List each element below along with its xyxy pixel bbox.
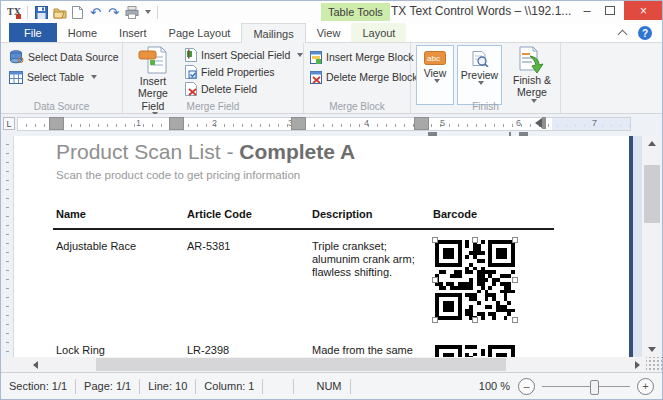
selection-handle[interactable]: [512, 317, 518, 323]
selection-handle[interactable]: [512, 237, 518, 243]
tab-stop-selector[interactable]: L: [3, 117, 15, 130]
group-label-data-source: Data Source: [1, 101, 122, 112]
select-table-button[interactable]: Select Table: [9, 69, 97, 85]
cell-article-code: LR-2398: [187, 344, 229, 356]
database-icon: [9, 50, 24, 64]
tab-layout[interactable]: Layout: [351, 23, 406, 42]
scroll-up-button[interactable]: [642, 136, 662, 151]
delete-merge-block-button[interactable]: Delete Merge Block: [310, 69, 418, 85]
preview-label: Preview: [461, 69, 498, 81]
close-button[interactable]: ×: [624, 1, 663, 20]
scroll-right-button[interactable]: [630, 357, 644, 372]
status-line: Line: 10: [148, 380, 187, 392]
selection-handle[interactable]: [472, 237, 478, 243]
dropdown-caret-icon: [478, 81, 484, 85]
zoom-slider-thumb[interactable]: [590, 380, 599, 395]
select-data-source-label: Select Data Source: [28, 51, 118, 63]
view-abc-icon: abc: [424, 51, 446, 65]
finish-merge-button[interactable]: Finish & Merge: [507, 46, 557, 103]
divider: [157, 6, 158, 19]
maximize-button[interactable]: [600, 1, 620, 20]
open-button[interactable]: [52, 5, 67, 20]
qat-customize-caret-icon[interactable]: [145, 10, 151, 14]
tab-home[interactable]: Home: [57, 23, 108, 42]
view-button[interactable]: abc View: [416, 45, 454, 105]
resize-grip[interactable]: [646, 357, 663, 372]
cell-description: Made from the same: [312, 344, 437, 357]
redo-button[interactable]: ↷: [106, 5, 121, 20]
zoom-in-button[interactable]: +: [637, 378, 654, 395]
ruler-column-marker[interactable]: [291, 117, 306, 130]
barcode-qr-code[interactable]: [435, 240, 515, 320]
selection-handle[interactable]: [512, 277, 518, 283]
heading-prefix: Product Scan List -: [56, 140, 239, 163]
arrow-down-icon: [648, 347, 656, 352]
zoom-level-label: 100 %: [479, 380, 510, 392]
tab-page-layout[interactable]: Page Layout: [158, 23, 242, 42]
view-label: View: [424, 67, 447, 79]
barcode-qr-code[interactable]: [435, 345, 515, 357]
group-merge-field: Insert Merge Field Insert Special Field …: [123, 43, 304, 113]
vertical-scrollbar[interactable]: [642, 136, 662, 357]
divider: [293, 379, 294, 394]
scroll-down-button[interactable]: [642, 342, 662, 357]
preview-icon: [471, 51, 489, 67]
special-field-icon: [185, 48, 197, 62]
ruler-column-marker[interactable]: [414, 117, 429, 130]
dropdown-caret-icon: [91, 75, 97, 79]
scroll-left-button[interactable]: [28, 357, 42, 372]
zoom-out-button[interactable]: –: [518, 378, 535, 395]
right-indent-marker[interactable]: [535, 118, 542, 128]
zoom-slider[interactable]: [542, 379, 630, 394]
print-button[interactable]: [124, 5, 139, 20]
right-margin-marker[interactable]: [542, 117, 546, 129]
new-document-button[interactable]: [70, 5, 85, 20]
ruler-column-marker[interactable]: [49, 117, 64, 130]
column-header-name: Name: [56, 208, 86, 220]
group-label-finish: Finish: [411, 101, 560, 112]
divider: [262, 379, 263, 394]
tab-file[interactable]: File: [9, 23, 57, 42]
column-header-article-code: Article Code: [187, 208, 252, 220]
ruler-column-marker[interactable]: [169, 117, 184, 130]
horizontal-scrollbar-thumb[interactable]: [96, 358, 506, 371]
selection-handle[interactable]: [472, 317, 478, 323]
dropdown-caret-icon: [434, 79, 440, 83]
vertical-ruler[interactable]: [1, 136, 14, 357]
status-num-lock: NUM: [316, 380, 341, 392]
status-page: Page: 1/1: [84, 380, 131, 392]
undo-button[interactable]: ↶: [88, 5, 103, 20]
table-header-rule: [53, 228, 554, 230]
divider: [75, 379, 76, 394]
status-column: Column: 1: [204, 380, 254, 392]
dropdown-caret-icon: [297, 53, 303, 57]
quick-access-toolbar: TX ↶ ↷: [6, 5, 161, 20]
insert-special-field-button[interactable]: Insert Special Field: [185, 47, 303, 63]
selection-handle[interactable]: [432, 317, 438, 323]
collapse-ribbon-icon[interactable]: [618, 30, 628, 40]
merge-block-icon: [310, 51, 322, 64]
insert-special-field-label: Insert Special Field: [201, 49, 290, 61]
divider: [350, 379, 351, 394]
document-page[interactable]: Product Scan List - Complete A Scan the …: [15, 136, 629, 357]
selection-handle[interactable]: [432, 277, 438, 283]
tab-view[interactable]: View: [306, 23, 352, 42]
select-data-source-button[interactable]: Select Data Source: [9, 49, 118, 65]
page-gutter: [633, 136, 642, 357]
preview-button[interactable]: Preview: [457, 45, 502, 105]
horizontal-scrollbar[interactable]: [1, 357, 663, 372]
delete-field-icon: [185, 82, 197, 96]
delete-field-button[interactable]: Delete Field: [185, 81, 257, 97]
help-button[interactable]: ?: [638, 26, 652, 40]
save-button[interactable]: [34, 5, 49, 20]
tab-mailings[interactable]: Mailings: [241, 23, 305, 43]
tab-insert[interactable]: Insert: [108, 23, 158, 42]
field-properties-button[interactable]: Field Properties: [185, 64, 275, 80]
insert-merge-block-button[interactable]: Insert Merge Block: [310, 49, 427, 65]
minimize-button[interactable]: –: [577, 1, 597, 20]
ruler-margin-zone: [552, 118, 630, 130]
selection-handle[interactable]: [432, 237, 438, 243]
vertical-scrollbar-thumb[interactable]: [644, 165, 660, 223]
ruler-number: 6: [516, 118, 521, 128]
group-label-merge-block: Merge Block: [304, 101, 410, 112]
